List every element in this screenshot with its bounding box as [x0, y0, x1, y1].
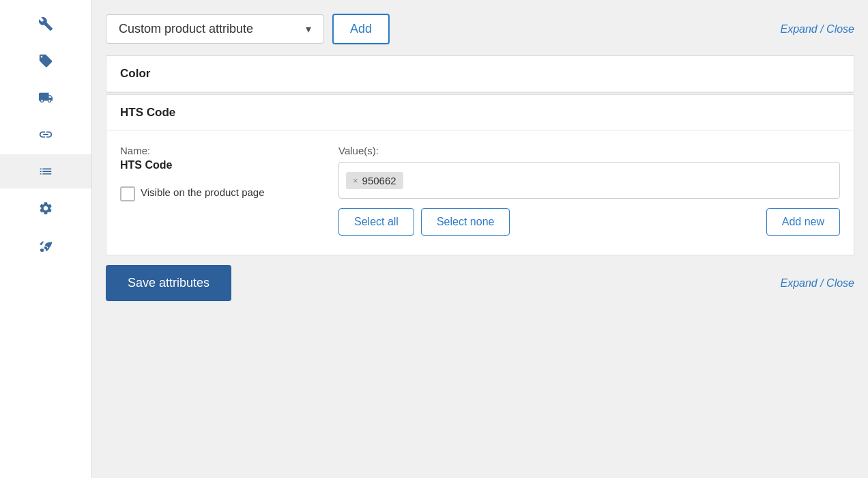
visible-checkbox-row: Visible on the product page: [120, 185, 311, 201]
add-button[interactable]: Add: [332, 14, 390, 44]
visible-checkbox[interactable]: [120, 186, 135, 201]
field-right: Value(s): × 950662 Select all Select non…: [338, 145, 840, 236]
select-none-button[interactable]: Select none: [421, 208, 510, 236]
chevron-down-icon: ▾: [306, 23, 311, 36]
hts-code-section-title: HTS Code: [106, 95, 854, 131]
dropdown-label: Custom product attribute: [119, 22, 253, 36]
header-row: Custom product attribute ▾ Add Expand / …: [106, 14, 854, 44]
name-value: HTS Code: [120, 159, 311, 171]
add-new-button[interactable]: Add new: [766, 208, 840, 236]
sidebar-item-settings[interactable]: [0, 7, 91, 41]
select-all-button[interactable]: Select all: [338, 208, 414, 236]
attribute-dropdown[interactable]: Custom product attribute ▾: [106, 14, 324, 44]
name-label: Name:: [120, 145, 311, 156]
sidebar-item-links[interactable]: [0, 117, 91, 152]
truck-icon: [38, 90, 53, 105]
hts-code-panel-body: Name: HTS Code Visible on the product pa…: [106, 131, 854, 255]
main-content: Custom product attribute ▾ Add Expand / …: [92, 0, 868, 478]
header-left: Custom product attribute ▾ Add: [106, 14, 390, 44]
sidebar-item-tags[interactable]: [0, 44, 91, 78]
color-section-title: Color: [106, 56, 854, 92]
sidebar-item-attributes[interactable]: [0, 154, 91, 188]
tag-950662: × 950662: [346, 172, 403, 189]
sidebar-item-launch[interactable]: [0, 228, 91, 262]
tag-x-icon[interactable]: ×: [353, 175, 358, 186]
tag-value: 950662: [362, 175, 396, 186]
sidebar-item-config[interactable]: [0, 191, 91, 225]
field-left: Name: HTS Code Visible on the product pa…: [120, 145, 311, 201]
hts-code-panel: HTS Code Name: HTS Code Visible on the p…: [106, 94, 854, 255]
visible-label: Visible on the product page: [141, 185, 265, 199]
action-buttons: Select all Select none Add new: [338, 208, 840, 236]
expand-close-link[interactable]: Expand / Close: [780, 23, 854, 36]
sidebar-item-shipping[interactable]: [0, 81, 91, 115]
tag-icon: [38, 53, 53, 68]
footer-expand-close-link[interactable]: Expand / Close: [780, 277, 854, 290]
values-label: Value(s):: [338, 145, 840, 156]
rocket-icon: [38, 238, 53, 253]
values-input-area[interactable]: × 950662: [338, 162, 840, 199]
wrench-icon: [38, 16, 53, 31]
link-icon: [38, 127, 53, 142]
save-attributes-button[interactable]: Save attributes: [106, 265, 231, 301]
gear-icon: [38, 201, 53, 216]
bottom-row: Save attributes Expand / Close: [106, 265, 854, 301]
sidebar: [0, 0, 92, 478]
list-icon: [38, 164, 53, 179]
color-panel: Color: [106, 55, 854, 93]
